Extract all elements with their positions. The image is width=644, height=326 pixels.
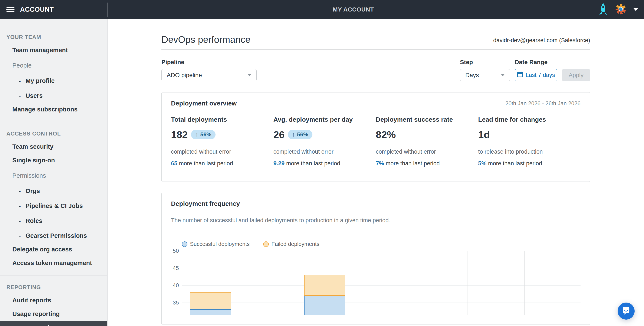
sidebar-item-gearset-permissions[interactable]: Gearset Permissions <box>0 229 107 242</box>
sidebar-item-users[interactable]: Users <box>0 89 107 103</box>
metric-total-deployments: Total deployments 182 ↑56% completed wit… <box>171 116 274 167</box>
metric-change: 5% more than last period <box>478 160 580 167</box>
caret-down-icon[interactable] <box>633 8 638 11</box>
pipeline-filter: Pipeline ADO pipeline <box>162 59 256 81</box>
sidebar: YOUR TEAM Team management People My prof… <box>0 19 108 326</box>
pipeline-label: Pipeline <box>162 59 256 66</box>
sidebar-item-access-token-management[interactable]: Access token management <box>0 256 107 270</box>
metric-subtitle: completed without error <box>171 149 274 155</box>
page-title: DevOps performance <box>162 34 250 45</box>
gridline-vertical <box>353 251 353 315</box>
sidebar-item-manage-subscriptions[interactable]: Manage subscriptions <box>0 103 107 116</box>
sidebar-item-delegate-org-access[interactable]: Delegate org access <box>0 242 107 256</box>
legend-swatch-successful <box>182 241 188 247</box>
sidebar-item-roles[interactable]: Roles <box>0 214 107 228</box>
sidebar-header-your-team: YOUR TEAM <box>0 31 107 43</box>
y-axis-tick-label: 45 <box>173 265 179 271</box>
chevron-down-icon <box>248 74 251 76</box>
legend-successful-deployments: Successful deployments <box>182 241 250 247</box>
sidebar-item-pipelines-ci-jobs[interactable]: Pipelines & CI Jobs <box>0 199 107 213</box>
metric-title: Avg. deployments per day <box>274 116 376 123</box>
gridline-vertical <box>239 251 239 315</box>
frequency-description: The number of successful and failed depl… <box>171 217 580 224</box>
frequency-chart-ylabels: 50454035 <box>171 251 182 315</box>
y-axis-tick-label: 50 <box>173 248 179 254</box>
sidebar-item-usage-reporting[interactable]: Usage reporting <box>0 307 107 321</box>
gridline-vertical <box>410 251 410 315</box>
gridline-vertical <box>524 251 524 315</box>
bar-failed-segment[interactable] <box>190 292 231 309</box>
chat-launcher-button[interactable] <box>618 302 635 319</box>
chart-legend: Successful deployments Failed deployment… <box>182 241 580 247</box>
arrow-up-icon: ↑ <box>195 131 198 138</box>
metric-avg-deployments-per-day: Avg. deployments per day 26 ↑56% complet… <box>274 116 376 167</box>
sidebar-item-team-management[interactable]: Team management <box>0 43 107 57</box>
sidebar-item-team-security[interactable]: Team security <box>0 140 107 153</box>
metric-subtitle: completed without error <box>274 149 376 155</box>
metric-change: 65 more than last period <box>171 160 274 167</box>
gridline-vertical <box>467 251 468 315</box>
step-filter: Step Days <box>460 59 510 81</box>
account-context: davidr-dev@gearset.com (Salesforce) <box>493 37 590 45</box>
gridline-horizontal <box>182 285 580 285</box>
step-label: Step <box>460 59 510 66</box>
metric-change: 9.29 more than last period <box>274 160 376 167</box>
legend-failed-deployments: Failed deployments <box>263 241 319 247</box>
sidebar-section-your-team: YOUR TEAM Team management People My prof… <box>0 31 107 122</box>
delta-pill: ↑56% <box>288 130 312 139</box>
sidebar-section-reporting: REPORTING Audit reports Usage reporting … <box>0 275 107 326</box>
date-range-filter: Date Range La <box>515 59 557 81</box>
deployment-overview-card: Deployment overview 20th Jan 2026 - 26th… <box>162 92 590 182</box>
chat-bubble-icon <box>622 306 631 316</box>
sidebar-subheader-people: People <box>0 59 107 72</box>
gridline-horizontal <box>182 251 580 251</box>
metric-title: Total deployments <box>171 116 274 123</box>
gridline-vertical <box>296 251 296 315</box>
topbar-brand: ACCOUNT <box>20 6 54 14</box>
bar-successful-segment[interactable] <box>304 296 345 315</box>
metric-value: 82% <box>376 129 396 140</box>
metrics-row: Total deployments 182 ↑56% completed wit… <box>171 116 580 167</box>
gridline-horizontal <box>182 268 580 268</box>
y-axis-tick-label: 40 <box>173 282 179 289</box>
gridline-horizontal <box>182 302 580 303</box>
date-range-button[interactable]: Last 7 days <box>515 69 557 81</box>
sidebar-header-reporting: REPORTING <box>0 281 107 293</box>
delta-pill: ↑56% <box>191 130 216 139</box>
metric-title: Deployment success rate <box>376 116 478 123</box>
sidebar-subheader-permissions: Permissions <box>0 169 107 182</box>
step-select-value: Days <box>465 72 479 79</box>
sidebar-item-devops-performance[interactable]: DevOps performance <box>0 321 107 326</box>
hamburger-menu-icon[interactable] <box>6 7 14 12</box>
legend-swatch-failed <box>263 241 269 247</box>
step-select[interactable]: Days <box>460 69 510 81</box>
metric-value: 182 <box>171 129 188 140</box>
frequency-chart: 50454035 <box>171 251 580 315</box>
y-axis-tick-label: 35 <box>173 299 179 306</box>
sidebar-item-my-profile[interactable]: My profile <box>0 74 107 88</box>
metric-subtitle: completed without error <box>376 149 478 155</box>
topbar-center-title: MY ACCOUNT <box>333 6 374 13</box>
sidebar-header-access-control: ACCESS CONTROL <box>0 127 107 140</box>
bar-successful-segment[interactable] <box>190 309 231 315</box>
date-range-value: Last 7 days <box>526 72 555 78</box>
frequency-chart-plot <box>182 251 580 315</box>
gearset-logo-icon[interactable] <box>614 3 628 17</box>
chevron-down-icon <box>501 74 505 76</box>
overview-title: Deployment overview <box>171 100 236 107</box>
sidebar-item-audit-reports[interactable]: Audit reports <box>0 293 107 307</box>
top-bar: ACCOUNT MY ACCOUNT <box>0 0 644 19</box>
metric-subtitle: to release into production <box>478 149 580 155</box>
metric-deployment-success-rate: Deployment success rate 82% completed wi… <box>376 116 478 167</box>
rocket-icon[interactable] <box>598 3 609 17</box>
apply-button[interactable]: Apply <box>562 69 590 81</box>
bar-failed-segment[interactable] <box>304 275 345 295</box>
gridline-vertical <box>182 251 182 315</box>
metric-lead-time-for-changes: Lead time for changes 1d to release into… <box>478 116 580 167</box>
arrow-up-icon: ↑ <box>292 131 295 138</box>
app-root: ACCOUNT MY ACCOUNT <box>0 0 644 326</box>
pipeline-select[interactable]: ADO pipeline <box>162 69 256 81</box>
metric-title: Lead time for changes <box>478 116 580 123</box>
sidebar-item-single-sign-on[interactable]: Single sign-on <box>0 153 107 167</box>
sidebar-item-orgs[interactable]: Orgs <box>0 184 107 198</box>
